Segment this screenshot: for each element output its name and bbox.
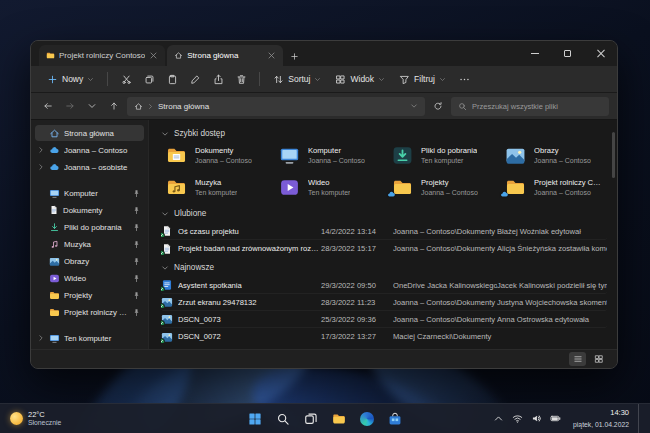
monitor-icon	[49, 333, 60, 344]
sidebar-item-joanna-osobiste[interactable]: Joanna – osobiste	[35, 159, 144, 175]
file-row-dscn-0072[interactable]: DSCN_007217/3/2022 13:27Maciej Czarnecki…	[161, 328, 607, 345]
tile-name: Dokumenty	[195, 146, 252, 156]
tile-name: Komputer	[308, 146, 365, 156]
tray-battery-button[interactable]	[547, 411, 564, 426]
recent-locations-button[interactable]	[83, 97, 101, 115]
maximize-button[interactable]	[551, 41, 584, 66]
file-explorer-window: Projekt rolniczy ContosoStrona główna No…	[30, 40, 618, 369]
rename-button[interactable]	[184, 69, 206, 89]
paste-button[interactable]	[161, 69, 183, 89]
tab-bar: Projekt rolniczy ContosoStrona główna	[31, 41, 617, 66]
taskbar-edge-button[interactable]	[355, 407, 379, 431]
home-icon	[174, 51, 183, 60]
section-header-recent[interactable]: Najnowsze	[161, 263, 607, 272]
window-body: Strona głównaJoanna – ContosoJoanna – os…	[31, 120, 617, 349]
sidebar-item-projekt-rolniczy-contoso[interactable]: Projekt rolniczy Contoso	[35, 304, 144, 320]
thumbs-view-button[interactable]	[590, 352, 607, 366]
more-options-button[interactable]	[454, 69, 476, 89]
search-input[interactable]	[472, 102, 602, 111]
taskbar-start-button[interactable]	[243, 407, 267, 431]
chevron-down-icon	[161, 210, 169, 218]
tray-wifi-button[interactable]	[509, 411, 526, 426]
view-button[interactable]: Widok	[329, 71, 391, 88]
sidebar-item-strona-g-wna[interactable]: Strona główna	[35, 125, 144, 141]
copy-button[interactable]	[138, 69, 160, 89]
folder-image-icon	[503, 145, 528, 166]
tab-strona-g-wna[interactable]: Strona główna	[167, 45, 283, 66]
taskbar-store-button[interactable]	[383, 407, 407, 431]
tray-time: 14:30	[610, 408, 629, 417]
show-desktop-button[interactable]	[638, 404, 642, 433]
quick-access-tile-projekt-rolniczy-contoso[interactable]: Projekt rolniczy ContosoJoanna – Contoso	[500, 175, 607, 200]
sidebar-item-dokumenty[interactable]: Dokumenty	[35, 202, 144, 218]
refresh-icon	[433, 101, 443, 111]
sidebar-item-ten-komputer[interactable]: Ten komputer	[35, 330, 144, 346]
folder-doc-icon	[164, 145, 189, 166]
section-header-favorites[interactable]: Ulubione	[161, 209, 607, 218]
taskbar-search-button[interactable]	[271, 407, 295, 431]
sidebar-item-pliki-do-pobrania[interactable]: Pliki do pobrania	[35, 219, 144, 235]
refresh-button[interactable]	[429, 97, 447, 115]
scrollbar[interactable]	[612, 132, 615, 178]
details-view-button[interactable]	[569, 352, 586, 366]
synced-check-icon	[161, 286, 165, 291]
share-button[interactable]	[207, 69, 229, 89]
close-button[interactable]	[584, 41, 617, 66]
tab-projekt-rolniczy-contoso[interactable]: Projekt rolniczy Contoso	[39, 45, 165, 66]
tray-volume-button[interactable]	[528, 411, 545, 426]
sidebar-item-label: Obrazy	[64, 257, 128, 266]
tab-close-icon[interactable]	[267, 51, 276, 60]
file-row-zrzut-ekranu-29478132[interactable]: Zrzut ekranu 2947813228/3/2022 11:23Joan…	[161, 294, 607, 311]
quick-access-tile-muzyka[interactable]: MuzykaTen komputer	[161, 175, 268, 200]
delete-button[interactable]	[230, 69, 252, 89]
sidebar-item-label: Projekty	[64, 291, 128, 300]
sidebar-item-obrazy[interactable]: Obrazy	[35, 253, 144, 269]
share-icon	[213, 74, 224, 85]
task-view-icon	[304, 412, 318, 426]
filter-button[interactable]: Filtruj	[393, 71, 452, 88]
widgets-weather-button[interactable]: 22°C Słonecznie	[0, 404, 71, 433]
taskbar: 22°C Słonecznie 14:30 piątek, 01.04.2022	[0, 403, 650, 433]
quick-access-tile-komputer[interactable]: KomputerJoanna – Contoso	[274, 143, 381, 168]
minimize-button[interactable]	[518, 41, 551, 66]
tile-location: Ten komputer	[195, 188, 237, 197]
quick-access-tile-projekty[interactable]: ProjektyJoanna – Contoso	[387, 175, 494, 200]
tray-chevron-up-button[interactable]	[490, 411, 507, 426]
taskbar-task-view-button[interactable]	[299, 407, 323, 431]
file-name: DSCN_0072	[178, 332, 221, 341]
tab-close-icon[interactable]	[149, 51, 158, 60]
file-activity: Alicja Śnieżyńska zostawiła komentarz	[497, 244, 607, 253]
file-row-dscn-0073[interactable]: DSCN_007325/3/2022 09:36Joanna – Contoso…	[161, 311, 607, 328]
quick-access-tile-wideo[interactable]: WideoTen komputer	[274, 175, 381, 200]
up-button[interactable]	[105, 97, 123, 115]
file-row-asystent-spotkania[interactable]: Asystent spotkania29/3/2022 09:50OneDriv…	[161, 277, 607, 294]
sidebar-item-wideo[interactable]: Wideo	[35, 270, 144, 286]
back-button[interactable]	[39, 97, 57, 115]
sidebar-item-muzyka[interactable]: Muzyka	[35, 236, 144, 252]
new-tab-button[interactable]	[285, 46, 303, 66]
quick-access-tile-obrazy[interactable]: ObrazyJoanna – Contoso	[500, 143, 607, 168]
sidebar-item-joanna-contoso[interactable]: Joanna – Contoso	[35, 142, 144, 158]
minimize-icon	[531, 53, 539, 54]
sort-button[interactable]: Sortuj	[267, 71, 327, 88]
command-bar: Nowy Sortuj Widok Filtruj	[31, 66, 617, 93]
clock[interactable]: 14:30 piątek, 01.04.2022	[570, 406, 632, 432]
file-row-projekt-bada-nad-zr-wnowa-onym-rozwojem[interactable]: Projekt badań nad zrównoważonym rozwojem…	[161, 240, 607, 257]
sidebar-item-komputer[interactable]: Komputer	[35, 185, 144, 201]
sun-icon	[10, 412, 23, 425]
breadcrumb[interactable]: Strona główna	[127, 97, 425, 116]
sidebar-item-label: Joanna – osobiste	[64, 163, 141, 172]
cut-button[interactable]	[115, 69, 137, 89]
file-row-o-czasu-projektu[interactable]: Oś czasu projektu14/2/2022 13:14Joanna –…	[161, 223, 607, 240]
breadcrumb-location: Strona główna	[158, 102, 209, 111]
taskbar-explorer-button[interactable]	[327, 407, 351, 431]
delete-icon	[236, 74, 247, 85]
sidebar-item-projekty[interactable]: Projekty	[35, 287, 144, 303]
forward-button[interactable]	[61, 97, 79, 115]
cut-icon	[121, 74, 132, 85]
volume-icon	[531, 413, 542, 424]
section-header-quick-access[interactable]: Szybki dostęp	[161, 129, 607, 138]
quick-access-tile-pliki-do-pobrania[interactable]: Pliki do pobraniaTen komputer	[387, 143, 494, 168]
new-button[interactable]: Nowy	[41, 71, 100, 88]
quick-access-tile-dokumenty[interactable]: DokumentyJoanna – Contoso	[161, 143, 268, 168]
